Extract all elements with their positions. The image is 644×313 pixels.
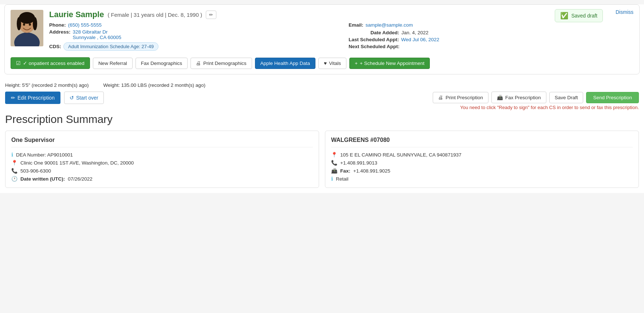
pharmacy-card-title: WALGREENS #07080: [331, 137, 633, 147]
patient-header: Laurie Sample ( Female | 31 years old | …: [4, 4, 640, 74]
pharmacy-fax-icon: 📠: [331, 168, 337, 174]
cards-row: One Supervisor ℹ DEA Number: AP9010001 📍…: [5, 131, 639, 188]
svg-point-5: [17, 17, 21, 30]
phone-label: Phone:: [49, 22, 66, 28]
pharmacy-phone-icon: 📞: [331, 160, 337, 166]
supervisor-card-body: ℹ DEA Number: AP9010001 📍 Clinic One 900…: [11, 152, 313, 182]
heart-icon: ♥: [324, 61, 327, 66]
svg-point-6: [33, 17, 37, 30]
pharmacy-type-line: ℹ Retail: [331, 176, 633, 182]
date-added-label: Date Added:: [370, 30, 399, 35]
pharmacy-location-icon: 📍: [331, 152, 337, 158]
checkmark-icon: ☑: [16, 60, 21, 66]
fax-demographics-button[interactable]: Fax Demographics: [136, 58, 188, 69]
weight-value: Weight: 135.00 LBS (recorded 2 month(s) …: [103, 82, 205, 88]
pharmacy-phone-line: 📞 +1.408.991.9013: [331, 160, 633, 166]
edit-patient-button[interactable]: ✏: [206, 11, 216, 19]
pharmacy-fax-line: 📠 Fax: +1.408.991.9025: [331, 168, 633, 174]
date-added-value: Jan. 4, 2022: [401, 30, 428, 35]
supervisor-card-title: One Supervisor: [11, 137, 313, 147]
actions-row: ☑ ✓ onpatient access enabled New Referra…: [11, 57, 633, 69]
print-rx-icon: 🖨: [438, 95, 443, 100]
toolbar-left: ✏ Edit Prescription ↺ Start over: [5, 92, 104, 104]
pharmacy-address-line: 📍 105 E EL CAMINO REAL SUNNYVALE, CA 940…: [331, 152, 633, 158]
page-wrapper: Laurie Sample ( Female | 31 years old | …: [0, 4, 644, 193]
refresh-icon: ↺: [70, 95, 74, 101]
patient-phone: (650) 555-5555: [68, 22, 102, 28]
print-prescription-button[interactable]: 🖨 Print Prescription: [433, 92, 488, 103]
svg-point-8: [29, 23, 31, 26]
patient-meta: ( Female | 31 years old | Dec. 8, 1990 ): [107, 12, 202, 18]
edit-prescription-button[interactable]: ✏ Edit Prescription: [5, 92, 60, 104]
vitals-label: Vitals: [329, 61, 341, 66]
new-referral-button[interactable]: New Referral: [93, 58, 133, 69]
svg-point-7: [23, 23, 25, 26]
save-draft-button[interactable]: Save Draft: [549, 92, 584, 103]
fax-prescription-button[interactable]: 📠 Fax Prescription: [491, 92, 546, 103]
supervisor-card: One Supervisor ℹ DEA Number: AP9010001 📍…: [5, 131, 319, 188]
last-appt-value: Wed Jul 06, 2022: [401, 37, 439, 42]
clock-icon: 🕐: [11, 176, 17, 182]
last-appt-label: Last Scheduled Appt:: [349, 37, 399, 42]
print-demographics-button[interactable]: 🖨 Print Demographics: [191, 58, 252, 69]
phone-icon: 📞: [11, 168, 17, 174]
patient-avatar: [11, 10, 43, 46]
next-appt-label: Next Scheduled Appt:: [349, 44, 400, 49]
main-content: Height: 5'5" (recorded 2 month(s) ago) W…: [0, 79, 644, 193]
pencil-icon: ✏: [11, 95, 15, 101]
patient-email: sample@sample.com: [366, 22, 413, 28]
patient-info: Laurie Sample ( Female | 31 years old | …: [49, 10, 633, 53]
patient-name: Laurie Sample: [49, 10, 104, 19]
vitals-button[interactable]: ♥ Vitals: [318, 58, 346, 69]
phone-line: 📞 503-906-6300: [11, 168, 313, 174]
cds-label: CDS:: [49, 44, 61, 49]
svg-point-4: [19, 12, 35, 24]
printer-icon: 🖨: [196, 61, 201, 66]
send-prescription-button[interactable]: Send Prescription: [586, 92, 639, 103]
cds-badge: Adult Immunization Schedule Age: 27-49: [63, 42, 158, 51]
start-over-button[interactable]: ↺ Start over: [64, 92, 104, 104]
apple-health-button[interactable]: Apple Health App Data: [255, 58, 316, 69]
pharmacy-card-body: 📍 105 E EL CAMINO REAL SUNNYVALE, CA 940…: [331, 152, 633, 182]
saved-draft-icon: ✅: [560, 12, 568, 20]
rx-summary-heading: Prescription Summary: [5, 113, 639, 125]
schedule-appointment-button[interactable]: + + Schedule New Appointment: [349, 58, 430, 69]
dismiss-button[interactable]: Dismiss: [616, 9, 633, 15]
date-written-line: 🕐 Date written (UTC): 07/26/2022: [11, 176, 313, 182]
pharmacy-info-icon: ℹ: [331, 176, 333, 182]
prescription-toolbar: ✏ Edit Prescription ↺ Start over 🖨 Print…: [5, 92, 639, 110]
vitals-row: Height: 5'5" (recorded 2 month(s) ago) W…: [5, 79, 639, 92]
email-label: Email:: [349, 22, 364, 28]
saved-draft-banner: ✅ Saved draft: [555, 9, 603, 22]
patient-address: 328 Gibraltar Dr Sunnyvale , CA 60005: [73, 29, 122, 40]
address-label: Address:: [49, 29, 71, 35]
prescription-warning: You need to click "Ready to sign" for ea…: [460, 105, 639, 110]
info-icon: ℹ: [11, 152, 13, 158]
rx-btn-group: 🖨 Print Prescription 📠 Fax Prescription …: [433, 92, 639, 103]
plus-icon: +: [355, 61, 358, 66]
dea-line: ℹ DEA Number: AP9010001: [11, 152, 313, 158]
schedule-label: + Schedule New Appointment: [360, 61, 425, 66]
fax-rx-icon: 📠: [497, 94, 503, 100]
toolbar-right: 🖨 Print Prescription 📠 Fax Prescription …: [433, 92, 639, 110]
location-icon: 📍: [11, 160, 17, 166]
onpatient-button[interactable]: ☑ ✓ onpatient access enabled: [11, 57, 90, 69]
pharmacy-card: WALGREENS #07080 📍 105 E EL CAMINO REAL …: [325, 131, 639, 188]
height-value: Height: 5'5" (recorded 2 month(s) ago): [5, 82, 89, 88]
saved-draft-text: Saved draft: [571, 13, 597, 19]
clinic-line: 📍 Clinic One 90001 1ST AVE, Washington, …: [11, 160, 313, 166]
